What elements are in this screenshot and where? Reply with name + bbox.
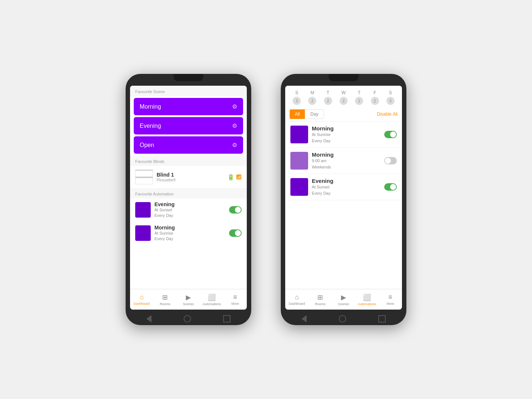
p2-android-nav	[285, 310, 402, 328]
p1-evening-name: Evening	[154, 201, 225, 207]
p2-nav-scenes[interactable]: ▶ Scenes	[332, 289, 355, 310]
day-letter-t2: T	[358, 90, 361, 95]
day-letter-s1: S	[295, 90, 298, 95]
p2-morning-sunrise-box	[290, 126, 308, 143]
p2-nav-automations[interactable]: ⬜ Automations	[355, 289, 379, 310]
day-col-t1[interactable]: T 2	[324, 90, 332, 105]
filter-day-btn[interactable]: Day	[305, 109, 324, 119]
p2-evening-name: Evening	[312, 178, 381, 184]
p1-rooms-icon: ⊞	[162, 293, 168, 301]
day-circle-s2: 3	[386, 97, 395, 105]
day-col-m[interactable]: M 2	[308, 90, 316, 105]
p1-more-icon: ≡	[233, 293, 237, 301]
evening-gear-icon[interactable]: ⚙	[232, 122, 237, 129]
favourite-blinds-title: Favourite Blinds	[130, 156, 247, 166]
day-letter-s2: S	[389, 90, 392, 95]
phone-2: S 3 M 2 T 2 W 2	[281, 74, 406, 325]
p1-scenes-icon: ▶	[186, 293, 191, 301]
favourite-automation-title: Favourite Automation	[130, 188, 247, 198]
p2-rooms-label: Rooms	[315, 302, 326, 306]
open-scene-btn[interactable]: Open ⚙	[134, 136, 243, 154]
day-col-s2[interactable]: S 3	[386, 90, 395, 105]
day-col-f[interactable]: F 2	[371, 90, 379, 105]
p2-morning-sunrise-toggle[interactable]	[384, 131, 397, 138]
blind-status-icons: 🔋 📶	[227, 174, 242, 181]
day-letter-f: F	[374, 90, 376, 95]
blind-info: Blind 1 Pirouette®	[157, 172, 224, 182]
day-col-w[interactable]: W 2	[340, 90, 348, 105]
p1-morning-automation[interactable]: Morning At Sunrise Every Day	[130, 222, 247, 245]
p1-automations-icon: ⬜	[208, 293, 216, 301]
blind-1-item[interactable]: Blind 1 Pirouette® 🔋 📶	[130, 166, 247, 188]
p2-scenes-icon: ▶	[341, 293, 346, 301]
day-circle-f: 2	[371, 97, 379, 105]
p1-nav-rooms[interactable]: ⊞ Rooms	[153, 289, 177, 310]
p2-nav-dashboard[interactable]: ⌂ Dashboard	[285, 289, 308, 310]
day-circle-t1: 2	[324, 97, 332, 105]
p1-evening-automation[interactable]: Evening At Sunset Every Day	[130, 198, 247, 222]
p1-nav-automations[interactable]: ⬜ Automations	[200, 289, 224, 310]
phone-2-screen: S 3 M 2 T 2 W 2	[285, 86, 402, 310]
p1-nav-scenes[interactable]: ▶ Scenes	[177, 289, 200, 310]
p1-nav-dashboard[interactable]: ⌂ Dashboard	[130, 289, 153, 310]
p2-morning-sunrise-sub: At Sunrise Every Day	[312, 132, 381, 144]
day-col-s1[interactable]: S 3	[293, 90, 301, 105]
evening-scene-label: Evening	[140, 123, 161, 129]
p1-dashboard-icon: ⌂	[140, 293, 144, 301]
disable-all-btn[interactable]: Disable All	[377, 112, 398, 117]
phone-1-top-bar	[130, 78, 247, 86]
p2-back-btn[interactable]	[301, 315, 307, 323]
p2-nav-more[interactable]: ≡ More	[379, 289, 402, 310]
phone-2-content: S 3 M 2 T 2 W 2	[285, 86, 402, 289]
blind-name: Blind 1	[157, 172, 224, 178]
evening-scene-btn[interactable]: Evening ⚙	[134, 117, 243, 134]
p2-recent-btn[interactable]	[378, 315, 386, 323]
p2-home-btn[interactable]	[339, 315, 346, 323]
blind-thumbnail	[135, 170, 153, 184]
day-letter-m: M	[310, 90, 314, 95]
p2-morning-sunrise-item[interactable]: Morning At Sunrise Every Day	[285, 122, 402, 148]
p2-morning-9am-name: Morning	[312, 151, 381, 158]
p1-evening-toggle[interactable]	[229, 206, 242, 214]
p2-more-icon: ≡	[388, 293, 392, 301]
day-letter-t1: T	[327, 90, 329, 95]
p1-nav-more[interactable]: ≡ More	[224, 289, 247, 310]
day-col-t2[interactable]: T 2	[355, 90, 363, 105]
p1-morning-toggle[interactable]	[229, 229, 242, 237]
open-gear-icon[interactable]: ⚙	[232, 141, 237, 149]
p2-evening-info: Evening At Sunset Every Day	[312, 178, 381, 196]
p2-morning-sunrise-name: Morning	[312, 125, 381, 132]
blind-sub: Pirouette®	[157, 178, 224, 182]
p1-back-btn[interactable]	[146, 315, 151, 323]
p1-evening-color-box	[135, 202, 151, 218]
p1-morning-name: Morning	[154, 225, 225, 231]
p2-morning-9am-toggle[interactable]	[384, 157, 397, 164]
p1-recent-btn[interactable]	[223, 315, 231, 323]
p1-more-label: More	[231, 302, 239, 306]
p1-scenes-label: Scenes	[183, 302, 194, 306]
open-scene-label: Open	[140, 142, 154, 149]
p2-nav-rooms[interactable]: ⊞ Rooms	[308, 289, 332, 310]
morning-scene-btn[interactable]: Morning ⚙	[134, 98, 243, 115]
p1-dashboard-label: Dashboard	[134, 302, 150, 306]
p2-morning-9am-sub: 9:00 am Weekends	[312, 158, 381, 170]
p2-evening-toggle[interactable]	[384, 183, 397, 191]
p2-morning-9am-box	[290, 152, 308, 170]
p2-evening-item[interactable]: Evening At Sunset Every Day	[285, 174, 402, 200]
p2-automations-icon: ⬜	[363, 293, 371, 301]
p1-morning-color-box	[135, 225, 151, 241]
p1-morning-info: Morning At Sunrise Every Day	[154, 225, 225, 242]
p2-morning-9am-item[interactable]: Morning 9:00 am Weekends	[285, 148, 402, 174]
filter-all-btn[interactable]: All	[290, 109, 305, 119]
phone-1: Favourite Scene Morning ⚙ Evening ⚙ Open…	[126, 74, 251, 325]
day-circle-w: 2	[340, 97, 348, 105]
p1-morning-sub: At Sunrise Every Day	[154, 231, 225, 242]
p1-home-btn[interactable]	[184, 315, 191, 323]
favourite-scene-title: Favourite Scene	[130, 86, 247, 96]
p2-scenes-label: Scenes	[338, 302, 349, 306]
p2-morning-sunrise-info: Morning At Sunrise Every Day	[312, 125, 381, 144]
p1-rooms-label: Rooms	[160, 302, 171, 306]
day-selector: S 3 M 2 T 2 W 2	[285, 86, 402, 107]
morning-gear-icon[interactable]: ⚙	[232, 103, 237, 110]
p1-automations-label: Automations	[202, 302, 221, 306]
